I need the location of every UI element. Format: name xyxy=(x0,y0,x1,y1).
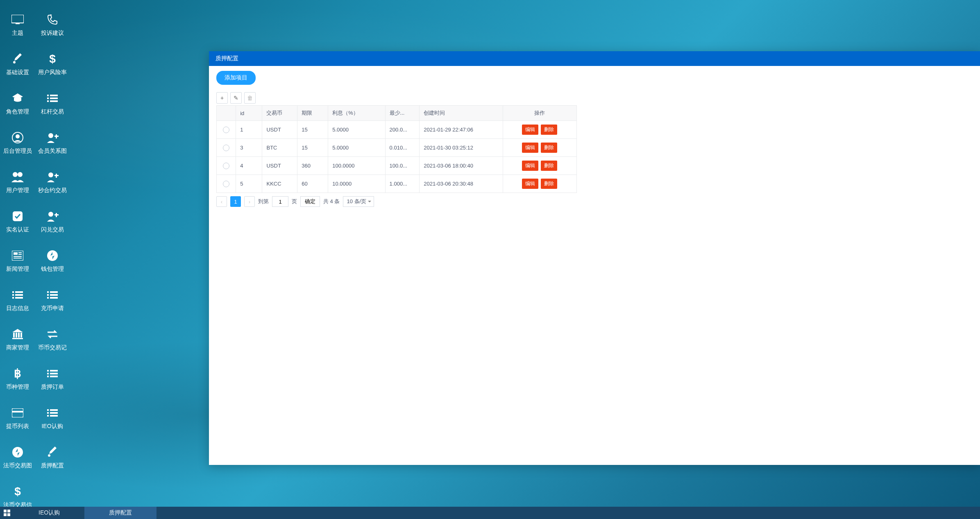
row-checkbox[interactable] xyxy=(223,127,229,133)
row-edit-button[interactable]: 编辑 xyxy=(522,161,538,171)
window-title-bar[interactable]: 质押配置 xyxy=(209,51,980,66)
desktop-icon-deposit[interactable]: 充币申请 xyxy=(35,279,70,319)
col-coin: 交易币 xyxy=(262,106,297,121)
desktop-icon-role-manage[interactable]: 角色管理 xyxy=(0,83,35,122)
col-min: 最少... xyxy=(385,106,420,121)
desktop-icon-coin-trade-rec[interactable]: 币币交易记 xyxy=(35,319,70,358)
svg-rect-24 xyxy=(12,251,23,261)
desktop-icon-merchant[interactable]: 商家管理 xyxy=(0,319,35,358)
cell-min: 100.0... xyxy=(385,157,420,175)
svg-rect-61 xyxy=(47,415,49,417)
desktop-icon-theme[interactable]: 主题 xyxy=(0,4,35,43)
desktop-icon-label: 质押订单 xyxy=(41,383,64,391)
svg-rect-34 xyxy=(15,294,23,296)
total-label: 共 4 条 xyxy=(323,198,340,205)
svg-rect-38 xyxy=(50,291,58,293)
svg-rect-0 xyxy=(11,15,24,23)
table-add-button[interactable]: + xyxy=(216,92,228,104)
page-number-1[interactable]: 1 xyxy=(230,196,241,207)
desktop-icon-log[interactable]: 日志信息 xyxy=(0,279,35,319)
svg-point-21 xyxy=(48,212,53,217)
desktop-icon-ieo[interactable]: IEO认购 xyxy=(35,397,70,437)
goto-confirm-button[interactable]: 确定 xyxy=(300,196,320,207)
svg-rect-69 xyxy=(7,513,10,516)
row-edit-button[interactable]: 编辑 xyxy=(522,143,538,153)
svg-text:$: $ xyxy=(49,53,56,65)
desktop-icon-admin[interactable]: 后台管理员 xyxy=(0,122,35,161)
svg-rect-58 xyxy=(50,409,58,411)
svg-rect-53 xyxy=(47,376,49,377)
table-action-bar: + ✎ 🗑 xyxy=(216,89,973,105)
svg-rect-43 xyxy=(13,333,15,338)
table-delete-button[interactable]: 🗑 xyxy=(244,92,256,104)
svg-point-64 xyxy=(48,454,50,457)
svg-rect-37 xyxy=(47,291,49,293)
desktop-icon-label: 提币列表 xyxy=(6,423,29,430)
svg-point-17 xyxy=(48,172,53,177)
page-size-select[interactable]: 10 条/页 xyxy=(343,196,374,207)
svg-rect-14 xyxy=(56,134,57,138)
svg-point-16 xyxy=(18,172,23,177)
svg-rect-4 xyxy=(47,95,49,96)
desktop-icon-wallet[interactable]: 钱包管理 xyxy=(35,240,70,279)
row-delete-button[interactable]: 删除 xyxy=(541,179,557,189)
pledge-config-window: 质押配置 添加项目 + ✎ 🗑 id 交易币 期限 利息（%） 最少... 创建… xyxy=(209,51,980,465)
svg-rect-31 xyxy=(12,291,14,293)
cell-id: 4 xyxy=(236,157,262,175)
page-next-button[interactable]: › xyxy=(244,196,255,207)
goto-page-input[interactable] xyxy=(272,196,288,207)
taskbar-item-ieo[interactable]: IEO认购 xyxy=(14,507,84,519)
taskbar-item-pledge-config[interactable]: 质押配置 xyxy=(84,507,157,519)
start-button[interactable] xyxy=(0,507,14,519)
svg-point-15 xyxy=(13,172,18,177)
row-edit-button[interactable]: 编辑 xyxy=(522,125,538,135)
page-prev-button[interactable]: ‹ xyxy=(216,196,227,207)
desktop-icon-pledge-config[interactable]: 质押配置 xyxy=(35,437,70,476)
desktop-icon-fiat-chart[interactable]: 法币交易图 xyxy=(0,437,35,476)
row-delete-button[interactable]: 删除 xyxy=(541,143,557,153)
desktop-icon-coin-type[interactable]: ฿币种管理 xyxy=(0,358,35,397)
desktop-icon-complaint[interactable]: 投诉建议 xyxy=(35,4,70,43)
desktop-icon-basic-settings[interactable]: 基础设置 xyxy=(0,43,35,83)
row-delete-button[interactable]: 删除 xyxy=(541,125,557,135)
row-checkbox[interactable] xyxy=(223,145,229,151)
desktop-icon-label: 币种管理 xyxy=(6,383,29,391)
svg-rect-41 xyxy=(47,297,49,299)
col-time: 创建时间 xyxy=(420,106,503,121)
table-row: 3BTC155.00000.010...2021-01-30 03:25:12编… xyxy=(217,139,577,157)
svg-rect-66 xyxy=(4,510,7,512)
desktop-icon-second-contract[interactable]: 秒合约交易 xyxy=(35,161,70,201)
row-checkbox[interactable] xyxy=(223,181,229,187)
cell-time: 2021-01-30 03:25:12 xyxy=(420,139,503,157)
svg-point-11 xyxy=(16,134,20,138)
desktop-icon-pledge-order[interactable]: 质押订单 xyxy=(35,358,70,397)
desktop-icon-member-relation[interactable]: 会员关系图 xyxy=(35,122,70,161)
table-edit-button[interactable]: ✎ xyxy=(230,92,242,104)
desktop-icon-risk-rate[interactable]: $用户风险率 xyxy=(35,43,70,83)
desktop-icon-flash-exchange[interactable]: 闪兑交易 xyxy=(35,201,70,240)
desktop-icon-label: 会员关系图 xyxy=(38,147,67,155)
cell-term: 15 xyxy=(297,139,328,157)
desktop-icon-user-manage[interactable]: 用户管理 xyxy=(0,161,35,201)
add-item-button[interactable]: 添加项目 xyxy=(216,71,256,85)
desktop-icon-kyc[interactable]: 实名认证 xyxy=(0,201,35,240)
plus-icon: + xyxy=(220,95,224,101)
row-checkbox[interactable] xyxy=(223,163,229,169)
svg-rect-47 xyxy=(12,338,23,339)
desktop-icon-leverage[interactable]: 杠杆交易 xyxy=(35,83,70,122)
svg-rect-60 xyxy=(50,412,58,414)
windows-icon xyxy=(4,510,10,516)
svg-rect-1 xyxy=(16,23,20,24)
svg-point-2 xyxy=(13,61,16,63)
window-title: 质押配置 xyxy=(216,55,238,62)
row-delete-button[interactable]: 删除 xyxy=(541,161,557,171)
row-edit-button[interactable]: 编辑 xyxy=(522,179,538,189)
cell-time: 2021-03-06 18:00:40 xyxy=(420,157,503,175)
desktop-icon-label: 新闻管理 xyxy=(6,265,29,273)
desktop-icon-news[interactable]: 新闻管理 xyxy=(0,240,35,279)
svg-rect-46 xyxy=(20,333,22,338)
svg-rect-54 xyxy=(50,376,58,377)
svg-text:฿: ฿ xyxy=(14,367,21,380)
desktop-icon-withdraw-list[interactable]: 提币列表 xyxy=(0,397,35,437)
desktop-icon-label: 质押配置 xyxy=(41,462,64,469)
